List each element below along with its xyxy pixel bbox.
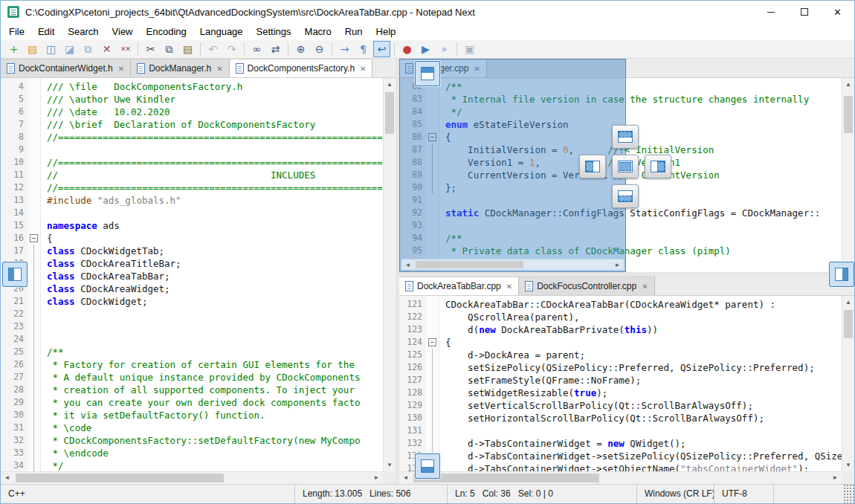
close-all-button[interactable]: ✕✕ <box>117 41 134 57</box>
toolbar-separator <box>394 42 395 56</box>
scroll-right-arrow[interactable]: ► <box>611 259 624 270</box>
code-text: /** <box>41 346 64 358</box>
scroll-right-arrow[interactable]: ► <box>370 472 383 484</box>
scroll-down-arrow[interactable]: ▼ <box>384 459 396 471</box>
tab-close-icon[interactable]: ✕ <box>360 65 366 73</box>
zoom-out-icon: ⊖ <box>315 44 324 54</box>
drop-indicator-center[interactable] <box>612 155 639 178</box>
menu-help[interactable]: Help <box>370 23 403 40</box>
code-line: 7/// \brief Declaration of DockComponent… <box>1 118 383 131</box>
scroll-left-arrow[interactable]: ◄ <box>1 472 13 484</box>
code-line: 19class CDockAreaTabBar; <box>1 270 383 282</box>
code-line: 128 setWidgetResizable(true); <box>399 387 842 399</box>
fold-collapse-icon[interactable]: − <box>428 338 436 346</box>
scroll-thumb[interactable] <box>385 92 394 134</box>
line-number: 123 <box>399 323 426 336</box>
bottomright-editor-vertical-scrollbar[interactable]: ▲▼ <box>842 296 854 471</box>
paste-button[interactable]: ▤ <box>179 41 196 57</box>
menu-view[interactable]: View <box>106 23 140 40</box>
resize-grip[interactable] <box>842 485 854 503</box>
show-panel-button[interactable]: ▣ <box>461 41 478 57</box>
left-tab[interactable]: DockComponentsFactory.h✕ <box>230 59 373 77</box>
show-all-characters-button[interactable]: ¶ <box>355 41 372 57</box>
autohide-indicator-top[interactable] <box>415 61 440 86</box>
minimize-button[interactable] <box>754 1 787 23</box>
tab-close-icon[interactable]: ✕ <box>118 65 124 73</box>
left-editor-vertical-scrollbar[interactable]: ▲▼ <box>383 78 396 471</box>
left-editor-horizontal-scrollbar[interactable]: ◄► <box>1 471 383 484</box>
scroll-up-arrow[interactable]: ▲ <box>842 296 854 308</box>
scroll-thumb[interactable] <box>16 474 224 482</box>
redo-button[interactable]: ↷ <box>223 41 240 57</box>
zoom-out-button[interactable]: ⊖ <box>311 41 328 57</box>
drag-preview-horizontal-scrollbar[interactable]: ◄► <box>401 259 624 270</box>
menu-encoding[interactable]: Encoding <box>140 23 193 40</box>
word-wrap-button[interactable]: ↩ <box>373 41 390 57</box>
zoom-in-button[interactable]: ⊕ <box>292 41 309 57</box>
bottomright-editor-horizontal-scrollbar[interactable]: ◄► <box>399 471 842 484</box>
playback-macro-button[interactable]: ▶ <box>417 41 434 57</box>
scroll-thumb[interactable] <box>416 261 523 268</box>
show-whitespace-button[interactable]: → <box>336 41 353 57</box>
bottomright-editor-code[interactable]: 121CDockAreaTabBar::CDockAreaTabBar(CDoc… <box>399 296 842 471</box>
maximize-button[interactable] <box>787 1 821 23</box>
undo-button[interactable]: ↶ <box>204 41 222 57</box>
code-text: /// \author Uwe Kindler <box>41 93 175 106</box>
scroll-thumb[interactable] <box>413 474 599 482</box>
save-copy-button[interactable]: ◪ <box>61 41 78 57</box>
tab-close-icon[interactable]: ✕ <box>642 282 648 291</box>
drop-indicator-right[interactable] <box>645 155 671 178</box>
scroll-track[interactable] <box>384 91 396 459</box>
new-file-button[interactable]: + <box>5 41 22 57</box>
save-button[interactable]: ◫ <box>42 41 59 57</box>
left-tab[interactable]: DockManager.h✕ <box>131 59 229 77</box>
left-editor-code[interactable]: 4/// \file DockComponentsFactory.h5/// \… <box>1 78 383 471</box>
scroll-track[interactable] <box>412 472 829 484</box>
scroll-right-arrow[interactable]: ► <box>829 472 842 484</box>
autohide-indicator-bottom[interactable] <box>415 453 440 479</box>
left-tab[interactable]: DockContainerWidget.h✕ <box>1 59 131 77</box>
scroll-down-arrow[interactable]: ▼ <box>842 459 854 471</box>
menu-settings[interactable]: Settings <box>250 23 298 40</box>
fold-collapse-icon[interactable]: − <box>30 234 38 242</box>
scroll-track[interactable] <box>414 259 611 270</box>
scroll-up-arrow[interactable]: ▲ <box>842 78 854 91</box>
scroll-track[interactable] <box>842 308 854 459</box>
close-file-button[interactable]: ✕ <box>98 41 115 57</box>
bottomright-tab[interactable]: DockAreaTabBar.cpp✕ <box>399 277 519 295</box>
menu-macro[interactable]: Macro <box>298 23 338 40</box>
tab-close-icon[interactable]: ✕ <box>506 282 512 291</box>
open-file-button[interactable]: ▤ <box>24 41 41 57</box>
copy-button[interactable]: ⧉ <box>161 41 178 57</box>
menu-file[interactable]: File <box>2 23 31 40</box>
scroll-thumb[interactable] <box>844 96 853 133</box>
autohide-indicator-left[interactable] <box>2 262 28 287</box>
bottomright-tab[interactable]: DockFocusController.cpp✕ <box>519 277 654 295</box>
scroll-left-arrow[interactable]: ◄ <box>401 259 414 270</box>
menu-language[interactable]: Language <box>193 23 250 40</box>
tab-close-icon[interactable]: ✕ <box>216 65 222 73</box>
cut-button[interactable]: ✂ <box>142 41 159 57</box>
topright-editor-vertical-scrollbar[interactable]: ▲▼ <box>842 78 854 272</box>
find-button[interactable]: ∞ <box>248 41 265 57</box>
drop-indicator-top[interactable] <box>612 125 639 149</box>
record-macro-button[interactable]: ● <box>399 41 416 57</box>
line-number: 6 <box>1 106 28 118</box>
drop-indicator-left[interactable] <box>579 155 606 178</box>
fold-margin <box>28 384 41 396</box>
menu-edit[interactable]: Edit <box>31 23 61 40</box>
menu-run[interactable]: Run <box>338 23 370 40</box>
menu-search[interactable]: Search <box>61 23 105 40</box>
scroll-track[interactable] <box>842 91 854 259</box>
line-number: 7 <box>1 118 28 131</box>
autohide-indicator-right[interactable] <box>829 262 854 287</box>
close-button[interactable]: ✕ <box>821 1 854 23</box>
save-all-button[interactable]: ⧉ <box>80 41 97 57</box>
run-macro-multiple-button[interactable]: » <box>436 41 453 57</box>
replace-button[interactable]: ⇄ <box>267 41 284 57</box>
scroll-left-arrow[interactable]: ◄ <box>399 472 412 484</box>
scroll-up-arrow[interactable]: ▲ <box>384 78 396 91</box>
scroll-thumb[interactable] <box>844 310 853 338</box>
drop-indicator-bottom[interactable] <box>612 184 639 208</box>
scroll-track[interactable] <box>13 472 370 484</box>
